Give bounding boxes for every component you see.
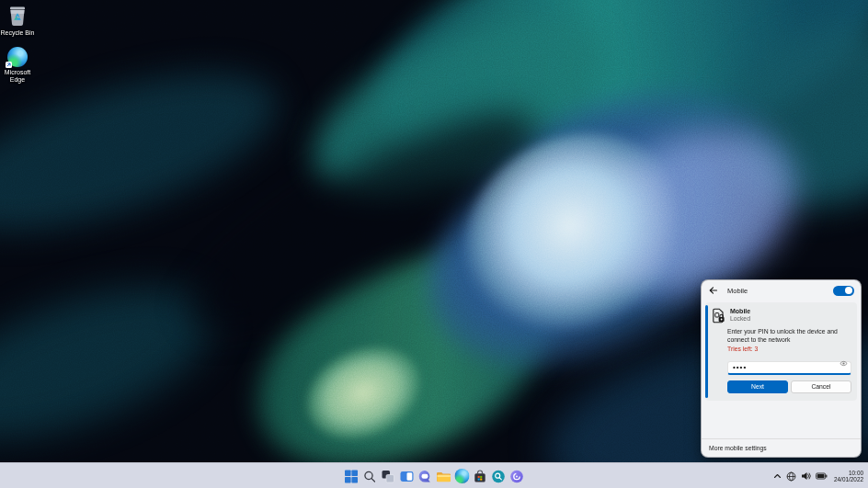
cancel-button[interactable]: Cancel (791, 380, 851, 393)
flyout-title: Mobile (727, 287, 748, 295)
more-mobile-settings-link[interactable]: More mobile settings (709, 445, 767, 451)
mobile-network-flyout: Mobile Mobile Locked Enter your PIN to u… (701, 279, 862, 458)
sim-lock-icon (713, 308, 725, 323)
shortcut-arrow-icon (6, 62, 12, 68)
pin-input[interactable] (727, 361, 851, 375)
reveal-password-button[interactable] (839, 360, 848, 367)
battery-button[interactable] (815, 467, 828, 485)
search-icon (363, 470, 377, 483)
mobile-toggle[interactable] (833, 286, 854, 296)
recycle-bin-label: Recycle Bin (1, 29, 35, 37)
clock[interactable]: 10:00 24/01/2022 (834, 470, 865, 483)
teal-search-app-icon (492, 470, 506, 483)
widgets-icon (399, 470, 414, 483)
windows-start-icon (345, 470, 359, 483)
arrow-left-icon (709, 286, 718, 295)
file-explorer-icon (436, 470, 451, 483)
store-button[interactable] (472, 465, 489, 487)
edge-label: Microsoft Edge (2, 69, 33, 83)
file-explorer-button[interactable] (435, 465, 452, 487)
flyout-footer: More mobile settings (702, 438, 861, 457)
tray-overflow-button[interactable] (772, 467, 782, 485)
network-globe-icon (786, 471, 796, 482)
volume-icon (801, 471, 811, 481)
mobile-device-card[interactable]: Mobile Locked Enter your PIN to unlock t… (705, 302, 857, 401)
network-button[interactable] (785, 467, 797, 485)
edge-icon (454, 469, 469, 483)
recycle-bin-icon (6, 5, 29, 28)
search-button[interactable] (361, 465, 379, 487)
tries-left-text: Tries left: 3 (727, 346, 854, 352)
toggle-knob (845, 287, 852, 294)
store-icon (474, 470, 487, 483)
purple-app-icon (510, 470, 524, 483)
back-button[interactable] (708, 285, 719, 296)
device-status: Locked (730, 315, 750, 322)
start-button[interactable] (343, 465, 360, 487)
selected-accent-bar (705, 305, 708, 398)
widgets-button[interactable] (398, 465, 416, 487)
device-name: Mobile (730, 308, 750, 314)
pin-instruction: Enter your PIN to unlock the device and … (727, 328, 841, 344)
eye-icon (839, 360, 848, 367)
edge-desktop-icon[interactable]: Microsoft Edge (0, 47, 36, 83)
tray-time: 10:00 (834, 470, 863, 477)
task-view-button[interactable] (380, 465, 397, 487)
taskbar: 10:00 24/01/2022 (0, 462, 868, 488)
chevron-up-icon (773, 472, 782, 480)
app-purple-button[interactable] (508, 465, 526, 487)
flyout-header: Mobile (702, 280, 861, 301)
battery-icon (816, 472, 828, 480)
app-teal-search-button[interactable] (490, 465, 508, 487)
volume-button[interactable] (800, 467, 812, 485)
chat-icon (418, 470, 432, 483)
chat-button[interactable] (417, 465, 434, 487)
task-view-icon (382, 470, 395, 483)
recycle-bin-desktop-icon[interactable]: Recycle Bin (0, 5, 36, 37)
edge-button[interactable] (453, 465, 471, 487)
next-button[interactable]: Next (727, 380, 788, 393)
tray-date: 24/01/2022 (834, 476, 863, 483)
